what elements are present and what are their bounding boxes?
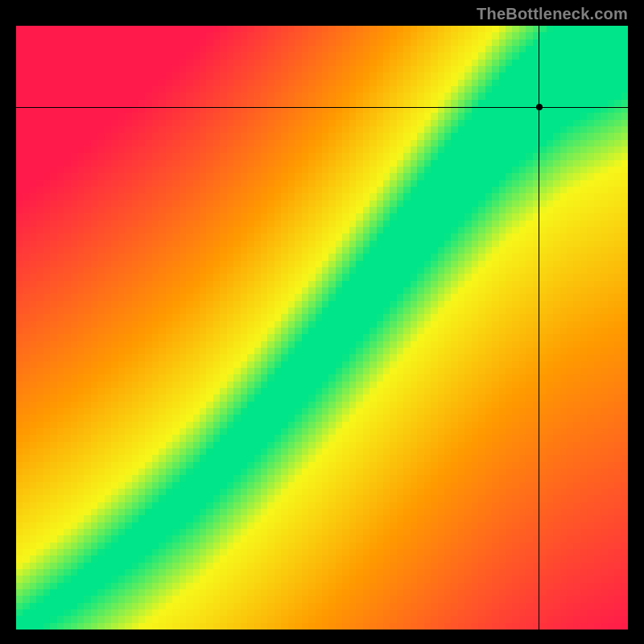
bottleneck-heatmap [16,26,628,630]
marker-point [536,104,543,110]
crosshair-vertical [539,26,539,630]
watermark-text: TheBottleneck.com [477,5,628,23]
